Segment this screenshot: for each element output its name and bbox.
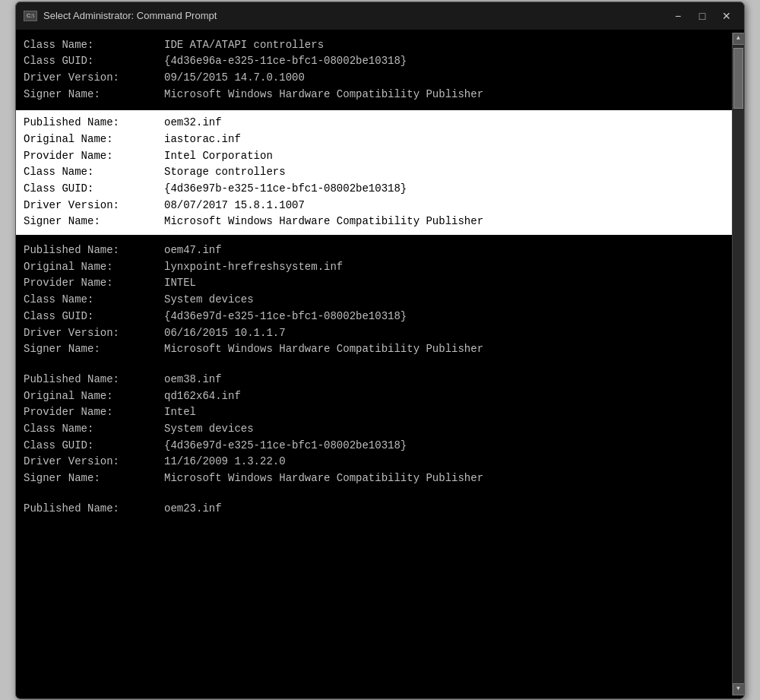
row-label-1-1: Original Name: [24,131,164,148]
row-0-0: Class Name:IDE ATA/ATAPI controllers [24,37,724,54]
row-label-2-3: Class Name: [24,292,164,309]
row-0-2: Driver Version:09/15/2015 14.7.0.1000 [24,70,724,87]
row-1-5: Driver Version:08/07/2017 15.8.1.1007 [24,198,724,214]
row-value-2-6: Microsoft Windows Hardware Compatibility… [164,341,483,358]
console-body: Class Name:IDE ATA/ATAPI controllersClas… [16,30,744,698]
row-value-3-1: qd162x64.inf [164,388,241,405]
section-0: Class Name:IDE ATA/ATAPI controllersClas… [24,37,724,109]
row-1-0: Published Name:oem32.inf [24,115,724,131]
row-label-2-1: Original Name: [24,259,164,276]
row-value-1-1: iastorac.inf [164,131,241,148]
row-1-1: Original Name:iastorac.inf [24,131,724,148]
row-label-3-0: Published Name: [24,372,164,388]
row-label-1-4: Class GUID: [24,181,164,198]
scrollbar[interactable]: ▲ ▼ [732,33,744,695]
row-label-0-3: Signer Name: [24,87,164,103]
row-label-4-0: Published Name: [24,501,164,518]
row-1-6: Signer Name:Microsoft Windows Hardware C… [24,214,724,230]
row-2-1: Original Name:lynxpoint-hrefreshsystem.i… [24,259,724,276]
row-label-0-2: Driver Version: [24,70,164,87]
row-label-2-2: Provider Name: [24,275,164,292]
row-label-1-0: Published Name: [24,115,164,131]
window-title: Select Administrator: Command Prompt [43,10,662,21]
row-value-3-0: oem38.inf [164,372,222,388]
section-1: Published Name:oem32.infOriginal Name:ia… [16,110,732,235]
row-label-1-3: Class Name: [24,164,164,181]
minimize-button[interactable]: − [668,8,688,24]
row-label-3-1: Original Name: [24,388,164,405]
row-value-0-1: {4d36e96a-e325-11ce-bfc1-08002be10318} [164,53,407,70]
row-value-1-6: Microsoft Windows Hardware Compatibility… [164,214,483,230]
row-2-3: Class Name:System devices [24,292,724,309]
row-3-6: Signer Name:Microsoft Windows Hardware C… [24,470,724,487]
icon-label: C:\ [27,12,35,19]
row-value-0-2: 09/15/2015 14.7.0.1000 [164,70,305,87]
row-value-3-3: System devices [164,421,254,438]
section-2: Published Name:oem47.infOriginal Name:ly… [24,236,724,364]
row-value-2-4: {4d36e97d-e325-11ce-bfc1-08002be10318} [164,309,407,325]
row-value-1-3: Storage controllers [164,164,286,181]
row-label-1-5: Driver Version: [24,198,164,214]
scroll-down-arrow[interactable]: ▼ [733,683,745,695]
row-1-2: Provider Name:Intel Corporation [24,148,724,165]
row-value-3-5: 11/16/2009 1.3.22.0 [164,454,286,470]
row-2-5: Driver Version:06/16/2015 10.1.1.7 [24,325,724,342]
window-icon: C:\ [24,11,37,21]
row-label-2-6: Signer Name: [24,341,164,358]
console-content[interactable]: Class Name:IDE ATA/ATAPI controllersClas… [16,33,732,695]
row-value-2-3: System devices [164,292,254,309]
row-label-0-1: Class GUID: [24,53,164,70]
row-label-3-4: Class GUID: [24,438,164,455]
row-0-3: Signer Name:Microsoft Windows Hardware C… [24,87,724,103]
row-label-1-2: Provider Name: [24,148,164,165]
window-controls: − □ ✕ [668,8,736,24]
row-value-2-5: 06/16/2015 10.1.1.7 [164,325,286,342]
row-value-3-4: {4d36e97d-e325-11ce-bfc1-08002be10318} [164,438,407,455]
section-3: Published Name:oem38.infOriginal Name:qd… [24,366,724,493]
row-1-3: Class Name:Storage controllers [24,164,724,181]
row-3-5: Driver Version:11/16/2009 1.3.22.0 [24,454,724,470]
scrollbar-thumb[interactable] [733,48,743,109]
title-bar: C:\ Select Administrator: Command Prompt… [16,2,744,30]
row-value-2-2: INTEL [164,275,196,292]
row-label-3-2: Provider Name: [24,404,164,421]
row-0-1: Class GUID:{4d36e96a-e325-11ce-bfc1-0800… [24,53,724,70]
row-label-3-5: Driver Version: [24,454,164,470]
row-3-0: Published Name:oem38.inf [24,372,724,388]
row-2-4: Class GUID:{4d36e97d-e325-11ce-bfc1-0800… [24,309,724,325]
maximize-button[interactable]: □ [692,8,712,24]
row-value-2-0: oem47.inf [164,242,222,259]
close-button[interactable]: ✕ [717,8,736,24]
row-label-2-0: Published Name: [24,242,164,259]
row-3-2: Provider Name:Intel [24,404,724,421]
row-value-1-2: Intel Corporation [164,148,273,165]
row-label-3-6: Signer Name: [24,470,164,487]
row-2-2: Provider Name:INTEL [24,275,724,292]
row-label-1-6: Signer Name: [24,214,164,230]
row-label-2-4: Class GUID: [24,309,164,325]
command-prompt-window: C:\ Select Administrator: Command Prompt… [15,2,745,699]
row-value-4-0: oem23.inf [164,501,222,518]
scrollbar-track[interactable] [733,45,744,683]
section-4: Published Name:oem23.inf [24,495,724,524]
row-label-2-5: Driver Version: [24,325,164,342]
row-value-0-0: IDE ATA/ATAPI controllers [164,37,324,54]
scroll-up-arrow[interactable]: ▲ [733,33,745,45]
row-3-1: Original Name:qd162x64.inf [24,388,724,405]
row-label-3-3: Class Name: [24,421,164,438]
row-value-3-2: Intel [164,404,196,421]
row-2-6: Signer Name:Microsoft Windows Hardware C… [24,341,724,358]
row-value-1-0: oem32.inf [164,115,222,131]
row-value-3-6: Microsoft Windows Hardware Compatibility… [164,470,483,487]
row-label-0-0: Class Name: [24,37,164,54]
row-4-0: Published Name:oem23.inf [24,501,724,518]
row-2-0: Published Name:oem47.inf [24,242,724,259]
row-value-2-1: lynxpoint-hrefreshsystem.inf [164,259,343,276]
row-1-4: Class GUID:{4d36e97b-e325-11ce-bfc1-0800… [24,181,724,198]
row-value-0-3: Microsoft Windows Hardware Compatibility… [164,87,483,103]
row-value-1-5: 08/07/2017 15.8.1.1007 [164,198,305,214]
row-3-3: Class Name:System devices [24,421,724,438]
row-value-1-4: {4d36e97b-e325-11ce-bfc1-08002be10318} [164,181,407,198]
row-3-4: Class GUID:{4d36e97d-e325-11ce-bfc1-0800… [24,438,724,455]
